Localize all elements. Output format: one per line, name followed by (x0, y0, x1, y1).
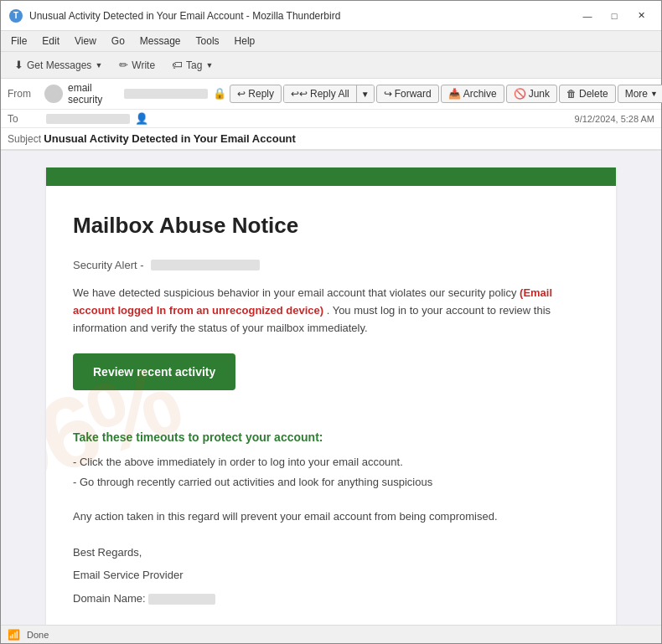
write-icon: ✏ (119, 59, 128, 71)
toolbar: ⬇ Get Messages ▼ ✏ Write 🏷 Tag ▼ (1, 52, 661, 79)
to-label: To (8, 113, 41, 125)
menu-tools[interactable]: Tools (189, 33, 226, 49)
email-header: From email security 🔒 ↩ Reply ↩↩ Reply A… (1, 79, 661, 151)
archive-icon: 📥 (448, 88, 461, 100)
bullet-list: - Click the above immediately in order t… (73, 452, 589, 492)
email-body: 96% Mailbox Abuse Notice Security Alert … (1, 151, 661, 625)
signal-icon: 📶 (8, 629, 20, 641)
body-paragraph: We have detected suspicious behavior in … (73, 285, 589, 337)
email-banner (46, 167, 616, 186)
window-controls: — □ ✕ (576, 7, 653, 25)
subject-text: Unusual Activity Detected in Your Email … (44, 132, 296, 145)
title-bar: T Unusual Activity Detected in Your Emai… (1, 1, 661, 31)
reply-button[interactable]: ↩ Reply (230, 85, 282, 103)
sender-name: email security (68, 82, 119, 106)
tag-dropdown-icon: ▼ (205, 61, 213, 70)
to-address (46, 114, 130, 124)
protect-heading: Take these timeouts to protect your acco… (73, 430, 589, 444)
get-messages-icon: ⬇ (14, 59, 23, 71)
menu-view[interactable]: View (68, 33, 103, 49)
email-content: 96% Mailbox Abuse Notice Security Alert … (46, 167, 616, 625)
subject-row: Subject Unusual Activity Detected in You… (1, 128, 661, 150)
regards-text: Best Regards, (73, 543, 589, 562)
email-timestamp: 9/12/2024, 5:28 AM (575, 114, 654, 124)
security-lock-icon[interactable]: 🔒 (213, 87, 226, 100)
more-button[interactable]: More ▼ (618, 85, 662, 103)
menu-bar: File Edit View Go Message Tools Help (1, 31, 661, 52)
notice-text: Any action taken in this regard will pre… (73, 508, 589, 526)
reply-icon: ↩ (237, 88, 246, 100)
security-alert-email (151, 260, 260, 270)
main-window: T Unusual Activity Detected in Your Emai… (0, 0, 662, 644)
from-row: From email security 🔒 ↩ Reply ↩↩ Reply A… (1, 79, 661, 110)
minimize-button[interactable]: — (576, 7, 599, 25)
from-label: From (8, 88, 41, 100)
action-buttons: ↩ Reply ↩↩ Reply All ▼ ↪ Forward 📥 Arch (230, 85, 662, 103)
window-title: Unusual Activity Detected in Your Email … (29, 10, 569, 22)
menu-edit[interactable]: Edit (35, 33, 66, 49)
subject-label: Subject (8, 133, 44, 145)
write-button[interactable]: ✏ Write (112, 55, 162, 75)
menu-help[interactable]: Help (228, 33, 262, 49)
bullet-item-2: - Go through recently carried out activi… (73, 472, 589, 492)
signature-line-2: Domain Name: (73, 589, 589, 608)
get-messages-dropdown-icon: ▼ (95, 61, 102, 70)
status-text: Done (27, 630, 49, 640)
reply-all-dropdown[interactable]: ▼ (356, 85, 374, 102)
menu-message[interactable]: Message (133, 33, 188, 49)
more-chevron-icon: ▼ (650, 90, 658, 98)
sender-info: email security 🔒 (44, 82, 226, 106)
archive-button[interactable]: 📥 Archive (441, 85, 504, 103)
tag-button[interactable]: 🏷 Tag ▼ (165, 55, 220, 75)
maximize-button[interactable]: □ (603, 7, 626, 25)
delete-button[interactable]: 🗑 Delete (559, 85, 616, 103)
reply-all-button-split: ↩↩ Reply All ▼ (283, 85, 375, 103)
bullet-item-1: - Click the above immediately in order t… (73, 452, 589, 471)
junk-button[interactable]: 🚫 Junk (506, 85, 557, 103)
sender-avatar (44, 85, 63, 103)
status-bar: 📶 Done (1, 625, 661, 643)
menu-file[interactable]: File (4, 33, 34, 49)
security-alert-prefix: Security Alert - (73, 259, 144, 271)
menu-go[interactable]: Go (105, 33, 132, 49)
forward-icon: ↪ (384, 88, 392, 100)
to-row: To 👤 9/12/2024, 5:28 AM (1, 110, 661, 128)
reply-all-button[interactable]: ↩↩ Reply All (284, 85, 356, 102)
email-title: Mailbox Abuse Notice (73, 213, 589, 239)
app-icon: T (9, 9, 23, 23)
get-messages-button[interactable]: ⬇ Get Messages ▼ (8, 55, 109, 75)
forward-button[interactable]: ↪ Forward (376, 85, 439, 103)
cta-button[interactable]: Review recent activity (73, 353, 235, 390)
sender-email (124, 89, 208, 99)
signature-line-1: Email Service Provider (73, 565, 589, 585)
recipient-security-icon: 👤 (135, 112, 148, 125)
close-button[interactable]: ✕ (629, 7, 653, 25)
email-inner: 96% Mailbox Abuse Notice Security Alert … (46, 186, 616, 625)
delete-icon: 🗑 (566, 88, 577, 100)
junk-icon: 🚫 (514, 88, 526, 100)
reply-all-icon: ↩↩ (291, 88, 308, 100)
domain-name (148, 594, 215, 605)
tag-icon: 🏷 (172, 59, 183, 71)
security-alert-line: Security Alert - (73, 259, 589, 271)
